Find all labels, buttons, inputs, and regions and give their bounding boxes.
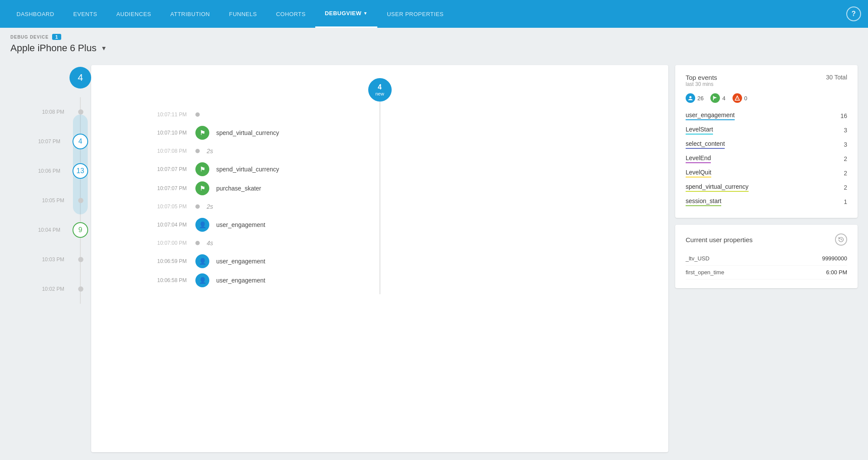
timeline-circle-1007[interactable]: 4 <box>73 134 88 149</box>
event-name-engagement3: user_engagement <box>216 277 265 284</box>
event-list-row-2[interactable]: select_content 3 <box>686 138 847 152</box>
person-icon-small <box>688 95 693 101</box>
new-count: 4 <box>378 83 382 91</box>
flag-icon-small <box>713 95 718 101</box>
event-gap-4s: 4s <box>207 240 213 246</box>
event-name-engagement2: user_engagement <box>216 258 265 265</box>
nav-bar: DASHBOARD EVENTS AUDIENCES ATTRIBUTION F… <box>0 0 868 28</box>
timeline-sidebar: 4 10:08 PM 10:07 PM 4 <box>0 58 91 459</box>
event-row-engagement3[interactable]: 10:06:58 PM 👤 user_engagement <box>91 271 668 290</box>
prop-row-ltv: _ltv_USD 99990000 <box>686 252 847 266</box>
timeline-row-1005: 10:05 PM <box>10 186 91 215</box>
event-list-row-6[interactable]: session_start 1 <box>686 195 847 209</box>
history-button[interactable] <box>835 233 847 246</box>
top-events-title: Top events <box>686 74 717 81</box>
orange-count-dot: ! <box>733 93 742 103</box>
timeline-circle-1006[interactable]: 13 <box>73 163 88 179</box>
time-label-1004: 10:04 PM <box>32 227 66 233</box>
event-list-row-3[interactable]: LevelEnd 2 <box>686 152 847 166</box>
event-list-name-1: LevelStart <box>686 126 713 135</box>
event-time-100658: 10:06:58 PM <box>126 277 187 283</box>
event-row-spend1[interactable]: 10:07:10 PM ⚑ spend_virtual_currency <box>91 123 668 142</box>
event-icon-blue-person-3: 👤 <box>195 273 209 287</box>
timeline-dot-1005 <box>78 198 83 203</box>
nav-dashboard[interactable]: DASHBOARD <box>7 0 64 28</box>
svg-text:!: ! <box>737 97 738 100</box>
timeline-dot-1002 <box>78 286 83 292</box>
nav-user-properties[interactable]: USER PROPERTIES <box>377 0 453 28</box>
event-list-row-0[interactable]: user_engagement 16 <box>686 109 847 123</box>
event-row-purchase[interactable]: 10:07:07 PM ⚑ purchase_skater <box>91 179 668 198</box>
time-label-1005: 10:05 PM <box>36 197 70 204</box>
timeline-row-1006: 10:06 PM 13 <box>10 156 91 186</box>
event-time-100707a: 10:07:07 PM <box>126 166 187 172</box>
top-events-total: 30 Total <box>826 74 847 81</box>
event-icon-blue-person-2: 👤 <box>195 254 209 268</box>
timeline-circle-1004[interactable]: 9 <box>73 222 88 238</box>
flag-icon-3: ⚑ <box>200 185 205 192</box>
event-name-spend1: spend_virtual_currency <box>216 129 279 136</box>
events-panel: 4 new 10:07:11 PM 10:07:10 PM ⚑ spend_vi… <box>91 65 668 452</box>
blue-count-dot <box>686 93 695 103</box>
event-list-count-6: 1 <box>844 198 847 205</box>
event-type-counts: 26 4 ! 0 <box>686 93 847 103</box>
prop-row-first-open: first_open_time 6:00 PM <box>686 266 847 279</box>
user-properties-card: Current user properties _ltv_USD 9999000… <box>675 225 858 288</box>
event-list-count-2: 3 <box>844 141 847 148</box>
main-content: 4 10:08 PM 10:07 PM 4 <box>0 58 868 459</box>
event-list-row-4[interactable]: LevelQuit 2 <box>686 166 847 181</box>
event-list-name-0: user_engagement <box>686 112 735 120</box>
debugview-dropdown-arrow: ▼ <box>363 11 368 16</box>
event-time-100707b: 10:07:07 PM <box>126 185 187 191</box>
event-gap-2s-2: 2s <box>207 203 213 210</box>
nav-attribution[interactable]: ATTRIBUTION <box>161 0 219 28</box>
timeline-dot-1003 <box>78 257 83 262</box>
event-list-count-0: 16 <box>840 112 847 119</box>
nav-funnels[interactable]: FUNNELS <box>219 0 266 28</box>
help-button[interactable]: ? <box>846 7 861 21</box>
timeline-row-1002: 10:02 PM <box>10 274 91 304</box>
event-gap-2s-1: 2s <box>207 148 213 154</box>
event-time-100708: 10:07:08 PM <box>126 148 187 154</box>
green-count-value: 4 <box>722 95 725 102</box>
sub-header: DEBUG DEVICE 1 Apple iPhone 6 Plus ▼ <box>0 28 868 58</box>
debug-count-badge: 1 <box>52 34 61 40</box>
event-name-engagement1: user_engagement <box>216 221 265 228</box>
debug-device-label: DEBUG DEVICE 1 <box>10 34 858 40</box>
event-list-name-2: select_content <box>686 140 725 149</box>
event-name-spend2: spend_virtual_currency <box>216 166 279 173</box>
top-events-card: Top events last 30 mins 30 Total 26 4 <box>675 65 858 218</box>
flag-icon-2: ⚑ <box>200 166 205 173</box>
nav-events[interactable]: EVENTS <box>64 0 107 28</box>
nav-audiences[interactable]: AUDIENCES <box>107 0 161 28</box>
svg-point-0 <box>690 96 692 99</box>
event-time-100700: 10:07:00 PM <box>126 240 187 246</box>
event-icon-green-flag: ⚑ <box>195 126 209 140</box>
count-green: 4 <box>710 93 725 103</box>
device-selector[interactable]: Apple iPhone 6 Plus ▼ <box>10 43 858 54</box>
timeline-row-1003: 10:03 PM <box>10 245 91 274</box>
event-list-count-5: 2 <box>844 184 847 191</box>
count-orange: ! 0 <box>733 93 747 103</box>
event-list-row-1[interactable]: LevelStart 3 <box>686 123 847 138</box>
new-label: new <box>375 91 384 96</box>
time-label-1003: 10:03 PM <box>36 256 70 263</box>
time-label-1002: 10:02 PM <box>36 286 70 292</box>
event-row-spend2[interactable]: 10:07:07 PM ⚑ spend_virtual_currency <box>91 160 668 179</box>
event-list-name-6: session_start <box>686 197 721 206</box>
timeline-row-1004: 10:04 PM 9 <box>10 215 91 245</box>
event-row-engagement1[interactable]: 10:07:04 PM 👤 user_engagement <box>91 215 668 234</box>
nav-debugview[interactable]: DEBUGVIEW ▼ <box>315 0 377 28</box>
event-time-10071100: 10:07:11 PM <box>126 112 187 118</box>
event-list-count-1: 3 <box>844 127 847 134</box>
event-list-row-5[interactable]: spend_virtual_currency 2 <box>686 181 847 195</box>
new-events-badge[interactable]: 4 new <box>368 78 392 102</box>
person-icon: 👤 <box>199 221 206 228</box>
flag-icon: ⚑ <box>200 129 205 136</box>
user-props-title: Current user properties <box>686 236 752 243</box>
timeline-dot-1008 <box>78 109 83 115</box>
nav-cohorts[interactable]: COHORTS <box>267 0 315 28</box>
event-name-purchase: purchase_skater <box>216 185 261 192</box>
event-row-engagement2[interactable]: 10:06:59 PM 👤 user_engagement <box>91 252 668 271</box>
event-row-gap-2s-1: 10:07:08 PM 2s <box>91 142 668 160</box>
